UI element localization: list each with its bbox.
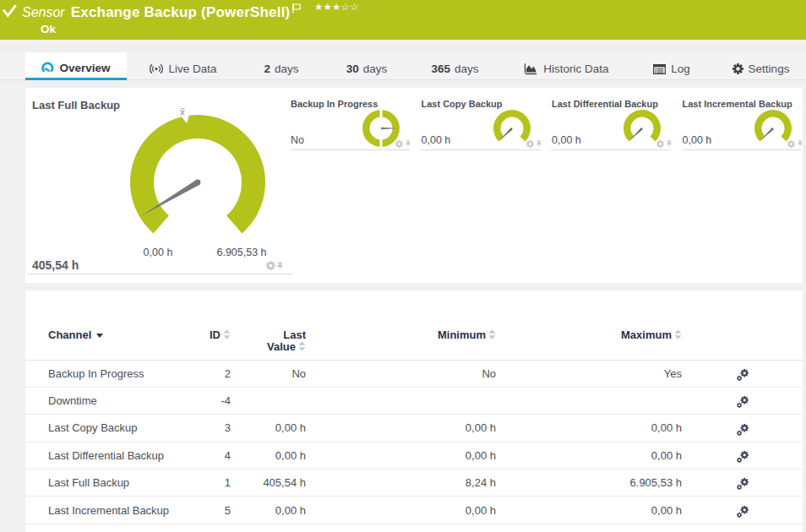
channel-settings-gears-icon[interactable] [737,478,749,490]
sort-toggle-icon [298,341,306,351]
column-header-id[interactable]: ID [177,318,231,360]
tab-label: Historic Data [543,62,608,75]
tab-live-data[interactable]: Live Data [139,52,227,80]
tab-label: Settings [749,62,790,75]
cell-id: 5 [177,497,231,524]
channel-settings-gears-icon[interactable] [737,506,749,518]
cell-last-value: No [231,360,306,387]
channel-gear-icon[interactable] [787,140,795,148]
tab-label: Overview [59,62,110,74]
column-header-last-value[interactable]: LastValue [231,318,306,360]
channel-settings-gears-icon[interactable] [737,424,749,436]
sort-toggle-icon [223,329,231,339]
cell-channel[interactable]: Last Differential Backup [25,442,177,469]
tab-number: 2 [264,62,270,75]
cell-channel[interactable]: Last Copy Backup [25,415,177,442]
tab-label: Live Data [168,62,216,75]
cell-maximum: Yes [496,360,682,387]
cell-actions [682,387,803,414]
cell-last-value: 0,00 h [231,442,306,469]
cell-actions [682,360,803,387]
cell-channel[interactable]: Backup In Progress [25,360,177,387]
table-row: Downtime-4 [25,387,803,414]
tab-label: days [363,62,388,75]
chart-icon [524,63,538,75]
cell-last-value: 405,54 h [231,470,306,497]
sensor-title: Exchange Backup (PowerShell) [71,4,291,21]
gear-icon [732,63,743,74]
channel-pin-icon[interactable] [406,140,411,148]
cell-minimum: 0,00 h [306,497,496,524]
cell-maximum: 0,00 h [496,415,682,442]
cell-minimum: 8,24 h [306,470,496,497]
channel-gear-icon[interactable] [266,261,275,270]
tab-historic-data[interactable]: Historic Data [514,52,619,80]
priority-stars[interactable]: ★★★☆☆ [314,1,359,13]
tab-log[interactable]: Log [643,52,700,80]
cell-maximum: 0,00 h [496,497,682,524]
channel-gear-icon[interactable] [656,140,664,148]
channel-settings-gears-icon[interactable] [737,451,749,463]
channel-pin-icon[interactable] [277,262,283,270]
cell-channel[interactable]: Last Full Backup [25,470,177,497]
channel-pin-icon[interactable] [536,140,542,148]
tab-number: 30 [346,62,359,75]
gauge-title: Last Full Backup [32,99,120,111]
column-header-minimum[interactable]: Minimum [306,318,496,360]
column-header-channel[interactable]: Channel [25,318,177,360]
channel-settings-gears-icon[interactable] [737,396,749,408]
channel-gear-icon[interactable] [526,140,534,148]
sensor-status-text: Ok [41,23,56,35]
channel-settings-gears-icon[interactable] [737,369,749,381]
gauge-value: 0,00 h [683,134,712,146]
tab-label: days [275,62,299,75]
cell-id: -4 [177,387,231,414]
cell-id: 2 [177,360,231,387]
table-row: Last Copy Backup30,00 h0,00 h0,00 h [25,415,803,442]
sort-toggle-icon [674,329,682,339]
table-row: Last Full Backup1405,54 h8,24 h6.905,53 … [25,470,803,497]
gauge-cell-last-copy-backup[interactable]: Last Copy Backup0,00 h [421,88,552,150]
tab-settings[interactable]: Settings [721,52,801,80]
table-row: Last Differential Backup40,00 h0,00 h0,0… [25,442,803,469]
tab-label: days [455,62,479,75]
column-header-maximum[interactable]: Maximum [496,318,682,360]
cell-channel[interactable]: Last Incremental Backup [25,497,177,524]
gauge-cell-last-differential-backup[interactable]: Last Differential Backup0,00 h [551,88,682,150]
status-check-icon [2,3,18,19]
cell-minimum: No [306,360,496,387]
cell-actions [682,470,803,497]
column-header-actions [682,318,803,360]
cell-channel[interactable]: Downtime [25,387,177,414]
gauge-cell-primary[interactable]: Last Full Backup x̄ 0,00 h 6.905,53 h 40… [27,88,292,274]
gauge-cell-backup-in-progress[interactable]: Backup In ProgressNo [290,88,421,150]
cell-maximum: 6.905,53 h [496,470,682,497]
gauge-cell-last-incremental-backup[interactable]: Last Incremental Backup0,00 h [682,88,806,150]
tab-overview[interactable]: Overview [25,52,127,80]
tab-2-days[interactable]: 2days [253,52,310,80]
cell-last-value: 0,00 h [231,415,306,442]
gauges-panel: Last Full Backup x̄ 0,00 h 6.905,53 h 40… [25,88,803,283]
tab-365-days[interactable]: 365days [420,52,490,80]
primary-gauge [128,113,267,252]
cell-minimum: 0,00 h [306,415,496,442]
tab-number: 365 [431,62,450,75]
gauge-scale-min: 0,00 h [144,247,173,258]
table-row: Backup In Progress2NoNoYes [25,360,803,387]
cell-id: 3 [177,415,231,442]
cell-last-value: 0,00 h [231,497,306,524]
channels-table: Channel ID LastValue Minimum Maximum Bac… [25,318,803,524]
cell-maximum [496,387,682,414]
tab-label: Log [671,62,690,75]
gauge-value: 405,54 h [32,258,79,272]
flag-icon[interactable] [291,3,302,14]
channel-gear-icon[interactable] [395,140,403,148]
gauge-icon [41,62,54,74]
sensor-header: Sensor Exchange Backup (PowerShell) ★★★☆… [0,0,806,40]
channel-pin-icon[interactable] [667,140,672,148]
tab-30-days[interactable]: 30days [335,52,399,80]
gauge-title: Last Copy Backup [422,99,503,109]
table-row: Last Incremental Backup50,00 h0,00 h0,00… [25,497,803,524]
object-kind-label: Sensor [22,5,65,20]
channel-pin-icon[interactable] [798,140,803,148]
